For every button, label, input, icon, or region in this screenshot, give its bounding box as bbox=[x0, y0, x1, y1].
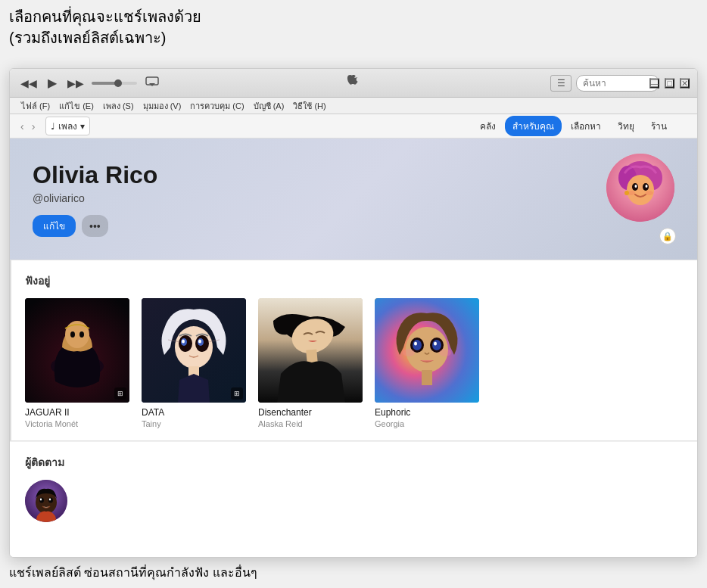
album-art-jaguar: ⊞ bbox=[25, 298, 129, 403]
prev-button[interactable]: ◀◀ bbox=[17, 76, 40, 91]
itunes-window: ◀◀ ▶ ▶▶ ☰ bbox=[9, 68, 698, 558]
title-bar: ◀◀ ▶ ▶▶ ☰ bbox=[10, 69, 697, 98]
svg-point-41 bbox=[439, 349, 451, 356]
avatar-lock-icon: 🔒 bbox=[659, 228, 676, 244]
svg-point-37 bbox=[432, 340, 441, 350]
listening-title: ฟังอยู่ bbox=[25, 272, 682, 289]
album-artist-jaguar: Victoria Monét bbox=[25, 419, 129, 428]
svg-point-46 bbox=[48, 498, 53, 503]
volume-thumb bbox=[114, 79, 122, 87]
section-border bbox=[10, 260, 11, 440]
play-button[interactable]: ▶ bbox=[45, 74, 60, 92]
album-title-data: DATA bbox=[142, 407, 246, 418]
nav-bar: ‹ › ♩ เพลง ▾ คลัง สำหรับคุณ เลือกหา วิทย… bbox=[10, 114, 697, 138]
svg-point-27 bbox=[198, 340, 201, 344]
source-label: เพลง bbox=[58, 119, 77, 133]
menu-bar: ไฟล์ (F) แก้ไข (E) เพลง (S) มุมมอง (V) ก… bbox=[10, 98, 697, 114]
tab-store[interactable]: ร้าน bbox=[643, 116, 674, 136]
minimize-button[interactable]: — bbox=[649, 78, 659, 88]
svg-point-40 bbox=[403, 349, 415, 356]
svg-point-39 bbox=[434, 342, 437, 346]
list-icon: ☰ bbox=[557, 78, 565, 89]
nav-tabs: คลัง สำหรับคุณ เลือกหา วิทยุ ร้าน bbox=[472, 116, 674, 136]
album-art-data: ⊞ bbox=[142, 298, 246, 403]
svg-rect-42 bbox=[422, 370, 432, 385]
svg-point-19 bbox=[79, 331, 84, 338]
menu-account[interactable]: บัญชี (A) bbox=[250, 98, 288, 114]
menu-edit[interactable]: แก้ไข (E) bbox=[55, 98, 98, 114]
svg-point-18 bbox=[70, 331, 75, 338]
tab-radio[interactable]: วิทยุ bbox=[610, 116, 642, 136]
memoji-svg bbox=[606, 154, 674, 222]
profile-buttons: แก้ไข ••• bbox=[33, 215, 674, 237]
tab-library[interactable]: คลัง bbox=[472, 116, 503, 136]
nav-forward-button[interactable]: › bbox=[29, 120, 39, 132]
svg-point-48 bbox=[49, 499, 51, 501]
airplay-button[interactable] bbox=[145, 76, 160, 91]
svg-point-9 bbox=[635, 185, 637, 188]
followers-section: ผู้ติดตาม bbox=[10, 441, 697, 534]
window-controls: — □ ✕ bbox=[649, 78, 690, 88]
album-artist-data: Tainy bbox=[142, 419, 246, 428]
source-selector[interactable]: ♩ เพลง ▾ bbox=[45, 117, 90, 135]
search-area: ☰ bbox=[550, 75, 659, 92]
album-item-jaguar[interactable]: ⊞ JAGUAR II Victoria Monét bbox=[25, 298, 129, 428]
svg-point-12 bbox=[646, 191, 653, 195]
menu-file[interactable]: ไฟล์ (F) bbox=[17, 98, 54, 114]
album-title-euphoric: Euphoric bbox=[375, 407, 479, 418]
nav-back-button[interactable]: ‹ bbox=[17, 120, 27, 132]
edit-profile-button[interactable]: แก้ไข bbox=[33, 215, 76, 237]
profile-name: Olivia Rico bbox=[33, 161, 674, 189]
next-button[interactable]: ▶▶ bbox=[64, 76, 87, 91]
volume-slider[interactable] bbox=[92, 82, 137, 85]
menu-help[interactable]: วิธีใช้ (H) bbox=[289, 98, 329, 114]
follower-avatar[interactable] bbox=[25, 480, 67, 522]
playback-controls: ◀◀ ▶ ▶▶ bbox=[17, 74, 160, 92]
album-badge-jaguar: ⊞ bbox=[114, 387, 126, 400]
album-item-disenchanter[interactable]: Disenchanter Alaska Reid bbox=[258, 298, 363, 428]
svg-point-38 bbox=[414, 342, 417, 346]
album-item-euphoric[interactable]: Euphoric Georgia bbox=[375, 298, 479, 428]
menu-view[interactable]: มุมมอง (V) bbox=[139, 98, 185, 114]
svg-point-6 bbox=[627, 175, 654, 205]
tab-browse[interactable]: เลือกหา bbox=[563, 116, 609, 136]
album-title-disenchanter: Disenchanter bbox=[258, 407, 363, 418]
followers-title: ผู้ติดตาม bbox=[25, 454, 682, 471]
profile-handle: @oliviarico bbox=[33, 192, 674, 204]
svg-point-45 bbox=[39, 498, 44, 503]
album-grid: ⊞ JAGUAR II Victoria Monét bbox=[25, 298, 682, 428]
nav-arrows: ‹ › bbox=[17, 120, 38, 132]
tooltip-top: เลือกคนที่คุณจะแชร์เพลงด้วย (รวมถึงเพลย์… bbox=[9, 6, 201, 48]
album-title-jaguar: JAGUAR II bbox=[25, 407, 129, 418]
profile-section: Olivia Rico @oliviarico แก้ไข ••• bbox=[10, 138, 697, 260]
tooltip-bottom: แชร์เพลย์ลิสต์ ซ่อนสถานีที่คุณกำลังฟัง แ… bbox=[9, 563, 257, 582]
svg-point-47 bbox=[40, 499, 42, 501]
album-item-data[interactable]: ⊞ DATA Tainy bbox=[142, 298, 246, 428]
close-button[interactable]: ✕ bbox=[680, 78, 690, 88]
album-artist-disenchanter: Alaska Reid bbox=[258, 419, 363, 428]
more-options-button[interactable]: ••• bbox=[82, 215, 108, 237]
menu-songs[interactable]: เพลง (S) bbox=[99, 98, 138, 114]
album-art-disenchanter bbox=[258, 298, 363, 403]
menu-controls[interactable]: การควบคุม (C) bbox=[186, 98, 248, 114]
album-art-euphoric bbox=[375, 298, 479, 403]
svg-point-10 bbox=[646, 185, 648, 188]
svg-point-13 bbox=[624, 191, 629, 195]
chevron-down-icon: ▾ bbox=[80, 121, 85, 132]
svg-point-36 bbox=[413, 340, 422, 350]
album-badge-data: ⊞ bbox=[231, 387, 243, 400]
maximize-button[interactable]: □ bbox=[665, 78, 674, 88]
tab-for-you[interactable]: สำหรับคุณ bbox=[505, 116, 562, 136]
list-view-button[interactable]: ☰ bbox=[550, 75, 572, 92]
svg-point-26 bbox=[182, 340, 185, 344]
content-area[interactable]: Olivia Rico @oliviarico แก้ไข ••• bbox=[10, 138, 697, 557]
album-artist-euphoric: Georgia bbox=[375, 419, 479, 428]
apple-logo bbox=[347, 73, 360, 93]
profile-avatar bbox=[606, 154, 674, 222]
music-note-icon: ♩ bbox=[51, 121, 55, 132]
search-input[interactable] bbox=[576, 75, 659, 92]
listening-section: ฟังอยู่ bbox=[10, 260, 697, 440]
